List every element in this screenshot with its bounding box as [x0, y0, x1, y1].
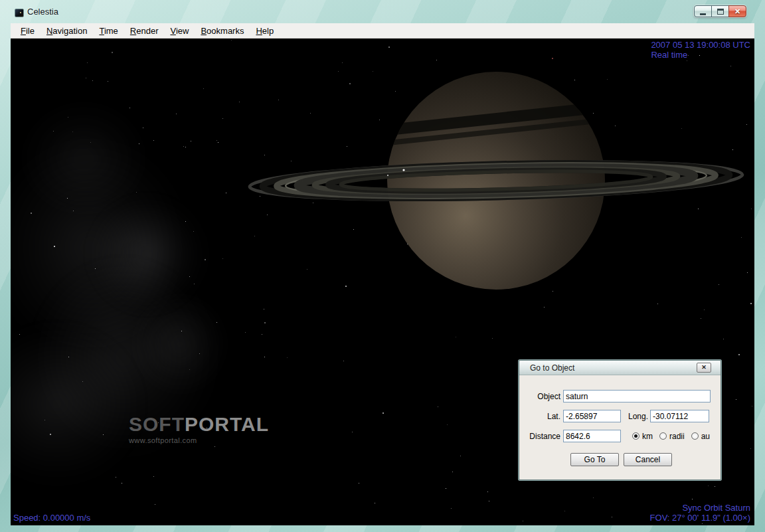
radio-km-label: km [642, 432, 653, 441]
hud-orbit-status: Sync Orbit Saturn [650, 503, 750, 513]
close-icon: ✕ [734, 8, 740, 15]
long-input[interactable] [650, 410, 709, 422]
window-title: Celestia [27, 7, 58, 17]
menu-render[interactable]: Render [124, 24, 165, 38]
cancel-button[interactable]: Cancel [624, 453, 672, 466]
hud-status-block: Sync Orbit Saturn FOV: 27° 00' 11.9" (1.… [650, 503, 750, 523]
radio-radii-indicator [659, 432, 667, 440]
menu-navigation[interactable]: Navigation [41, 24, 93, 38]
radio-au-label: au [701, 432, 710, 441]
distance-label: Distance [521, 432, 560, 441]
unit-radio-group: km radii au [632, 431, 710, 441]
close-button[interactable]: ✕ [728, 5, 746, 17]
moon-dot [402, 169, 404, 171]
radio-radii[interactable]: radii [659, 432, 685, 441]
saturn-planet [369, 72, 628, 290]
object-input[interactable] [563, 390, 711, 402]
watermark-soft: SOFT [129, 413, 185, 435]
goto-object-dialog: Go to Object ✕ Object Lat. Long. Distanc… [519, 360, 721, 480]
maximize-icon [717, 9, 724, 15]
radio-radii-label: radii [669, 432, 685, 441]
watermark-brand: SOFTPORTAL [129, 414, 269, 434]
hud-speed: Speed: 0.00000 m/s [13, 513, 90, 523]
menu-view[interactable]: View [164, 24, 195, 38]
celestia-window: Celestia ✕ File Navigation Time Render V… [0, 0, 765, 532]
menu-help[interactable]: Help [250, 24, 280, 38]
window-controls: ✕ [694, 5, 746, 17]
dialog-titlebar[interactable]: Go to Object ✕ [519, 361, 721, 375]
watermark-portal: PORTAL [185, 413, 269, 435]
menu-time[interactable]: Time [93, 24, 124, 38]
radio-km-indicator [632, 432, 639, 440]
minimize-icon [700, 13, 706, 15]
menu-file[interactable]: File [15, 24, 41, 38]
dialog-close-icon: ✕ [701, 365, 707, 371]
radio-km[interactable]: km [632, 432, 653, 441]
watermark: SOFTPORTAL www.softportal.com [129, 414, 269, 444]
watermark-url: www.softportal.com [129, 436, 269, 444]
object-label: Object [523, 392, 560, 401]
minimize-button[interactable] [694, 5, 712, 17]
hud-datetime: 2007 05 13 19:00:08 UTC [651, 40, 750, 50]
distance-input[interactable] [563, 430, 621, 442]
long-label: Long. [620, 412, 648, 421]
hud-time-mode: Real time [651, 50, 750, 60]
lat-input[interactable] [563, 410, 621, 422]
goto-button[interactable]: Go To [570, 453, 619, 466]
maximize-button[interactable] [711, 5, 729, 17]
menu-bar: File Navigation Time Render View Bookmar… [11, 23, 754, 39]
dialog-close-button[interactable]: ✕ [697, 363, 711, 373]
app-icon[interactable] [15, 9, 24, 17]
radio-au[interactable]: au [691, 432, 710, 441]
hud-time-block: 2007 05 13 19:00:08 UTC Real time [651, 40, 750, 60]
menu-bookmarks[interactable]: Bookmarks [195, 24, 250, 38]
dialog-title: Go to Object [530, 363, 574, 373]
radio-au-indicator [691, 432, 699, 440]
moon-dot-2 [387, 175, 388, 176]
titlebar[interactable]: Celestia ✕ [0, 0, 765, 23]
hud-fov: FOV: 27° 00' 11.9" (1.00×) [650, 513, 750, 523]
lat-label: Lat. [523, 412, 560, 421]
